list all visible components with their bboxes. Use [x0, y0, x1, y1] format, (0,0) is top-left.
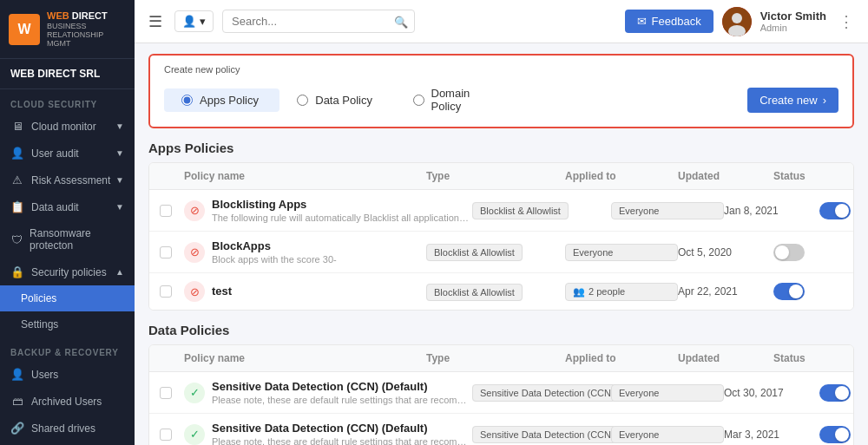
chevron-icon: ▼	[115, 148, 124, 158]
user-selector-chevron: ▾	[200, 15, 206, 28]
logo-icon: W	[9, 14, 40, 45]
policy-icon-green: ✓	[184, 383, 205, 403]
policy-icon-red: ⊘	[184, 281, 205, 302]
data-policies-title: Data Policies	[148, 323, 854, 337]
status-toggle[interactable]	[819, 384, 851, 402]
svg-point-3	[732, 13, 742, 23]
create-new-label: Create new	[760, 94, 817, 107]
data-policy-option[interactable]: Data Policy	[279, 88, 395, 112]
sidebar-item-security-policies[interactable]: 🔒 Security policies ▲	[0, 258, 135, 285]
apps-policy-option[interactable]: Apps Policy	[164, 88, 279, 112]
sidebar-item-label: Security policies	[31, 266, 107, 278]
sidebar-item-shared-drives[interactable]: 🔗 Shared drives	[0, 415, 135, 442]
search-container: 🔍	[222, 10, 415, 33]
feedback-icon: ✉	[637, 15, 647, 28]
name-cell: ✓ Sensitive Data Detection (CCN) (Defaul…	[184, 422, 472, 445]
people-icon: 👥	[573, 286, 585, 298]
apps-table-header: Policy name Type Applied to Updated Stat…	[149, 163, 853, 190]
sidebar-item-archived-users[interactable]: 🗃 Archived Users	[0, 388, 135, 415]
create-policy-banner: Create new policy Apps Policy Data Polic…	[148, 54, 854, 128]
cell-name: test	[212, 285, 232, 299]
header-policy-name: Policy name	[184, 170, 426, 182]
create-policy-label: Create new policy	[164, 64, 838, 75]
domain-policy-option[interactable]: Domain Policy	[396, 82, 511, 118]
applied-value: Everyone	[573, 247, 613, 258]
policy-name: Sensitive Data Detection (CCN) (Default)	[212, 380, 472, 393]
sidebar-item-label: Risk Assessment	[31, 174, 110, 187]
row-checkbox[interactable]	[160, 387, 172, 399]
shared-drives-icon: 🔗	[10, 422, 24, 435]
create-new-button[interactable]: Create new ›	[747, 88, 838, 113]
sidebar-item-users[interactable]: 👤 Users	[0, 361, 135, 388]
sidebar-sub-label: Policies	[21, 292, 56, 304]
feedback-label: Feedback	[652, 15, 701, 28]
header-applied: Applied to	[565, 170, 678, 182]
user-role: Admin	[760, 23, 826, 33]
policy-name: Blocklisting Apps	[212, 198, 472, 211]
domain-policy-radio[interactable]	[413, 95, 424, 106]
arrow-right-icon: ›	[823, 94, 826, 107]
name-cell: ⊘ Blocklisting Apps The following rule w…	[184, 198, 472, 223]
sidebar-logo: W WEB DIRECT BUSINESS RELATIONSHIP MGMT	[0, 0, 135, 59]
header-type: Type	[426, 352, 565, 364]
row-checkbox[interactable]	[160, 285, 172, 298]
sidebar-item-ransomware[interactable]: 🛡 Ransomware protecton	[0, 220, 135, 258]
sidebar-item-label: Cloud monitor	[31, 121, 96, 133]
toggle-slider	[773, 283, 805, 300]
policy-desc: The following rule will automatically Bl…	[212, 213, 472, 223]
status-toggle[interactable]	[819, 426, 851, 443]
type-badge: Sensitive Data Detection (CCN)	[472, 426, 622, 443]
status-toggle[interactable]	[819, 202, 851, 219]
header-status: Status	[773, 352, 843, 364]
sidebar-item-user-audit[interactable]: 👤 User audit ▼	[0, 140, 135, 167]
topbar: ☰ 👤 ▾ 🔍 ✉ Feedback Victor Smith Admin ⋮	[135, 0, 868, 43]
applied-badge: Everyone	[611, 202, 724, 219]
more-options-icon[interactable]: ⋮	[838, 12, 854, 31]
policy-desc: Please note, these are default rule sett…	[212, 436, 472, 445]
policy-name: test	[212, 285, 232, 298]
table-row: ⊘ test Blocklist & Allowlist 👥 2 people …	[149, 273, 853, 310]
svg-text:W: W	[17, 22, 31, 36]
row-checkbox[interactable]	[160, 205, 172, 217]
sidebar: W WEB DIRECT BUSINESS RELATIONSHIP MGMT …	[0, 0, 135, 445]
updated-date: Oct 30, 2017	[724, 387, 819, 399]
sidebar-item-label: Ransomware protecton	[30, 227, 124, 252]
ransomware-icon: 🛡	[10, 233, 23, 246]
type-badge: Sensitive Data Detection (CCN)	[472, 384, 622, 402]
updated-date: Mar 3, 2021	[724, 429, 819, 441]
sidebar-sub-settings[interactable]: Settings	[0, 311, 135, 337]
toggle-slider	[819, 384, 851, 402]
security-icon: 🔒	[10, 265, 24, 278]
cell-name: Sensitive Data Detection (CCN) (Default)…	[212, 380, 472, 405]
feedback-button[interactable]: ✉ Feedback	[625, 10, 713, 33]
risk-icon: ⚠	[10, 173, 24, 187]
type-badge: Blocklist & Allowlist	[426, 284, 523, 301]
search-input[interactable]	[222, 10, 415, 33]
row-checkbox[interactable]	[160, 246, 172, 258]
domain-policy-label: Domain Policy	[431, 87, 494, 113]
sidebar-item-risk-assessment[interactable]: ⚠ Risk Assessment ▼	[0, 167, 135, 193]
data-policy-radio[interactable]	[297, 95, 308, 106]
apps-policy-radio[interactable]	[181, 95, 193, 106]
applied-value: Everyone	[619, 206, 659, 216]
data-policy-label: Data Policy	[315, 94, 372, 107]
status-toggle[interactable]	[773, 283, 805, 300]
type-badge: Blocklist & Allowlist	[426, 244, 523, 261]
hamburger-icon[interactable]: ☰	[148, 12, 162, 31]
sidebar-item-label: Archived Users	[31, 396, 102, 408]
sidebar-sub-policies[interactable]: Policies	[0, 285, 135, 311]
status-toggle[interactable]	[773, 244, 805, 261]
content-area: Create new policy Apps Policy Data Polic…	[135, 43, 868, 445]
policy-name: BlockApps	[212, 239, 337, 252]
user-selector[interactable]: 👤 ▾	[174, 10, 214, 32]
users-icon: 👤	[10, 368, 24, 381]
applied-badge: Everyone	[611, 426, 724, 443]
sidebar-item-cloud-monitor[interactable]: 🖥 Cloud monitor ▼	[0, 113, 135, 140]
policy-name: Sensitive Data Detection (CCN) (Default)	[212, 422, 472, 435]
data-table-header: Policy name Type Applied to Updated Stat…	[149, 345, 853, 372]
table-row: ⊘ Blocklisting Apps The following rule w…	[149, 190, 853, 232]
sidebar-item-data-audit[interactable]: 📋 Data audit ▼	[0, 193, 135, 220]
row-checkbox[interactable]	[160, 429, 172, 441]
policy-icon-red: ⊘	[184, 242, 205, 263]
data-policies-table: Policy name Type Applied to Updated Stat…	[148, 344, 854, 445]
